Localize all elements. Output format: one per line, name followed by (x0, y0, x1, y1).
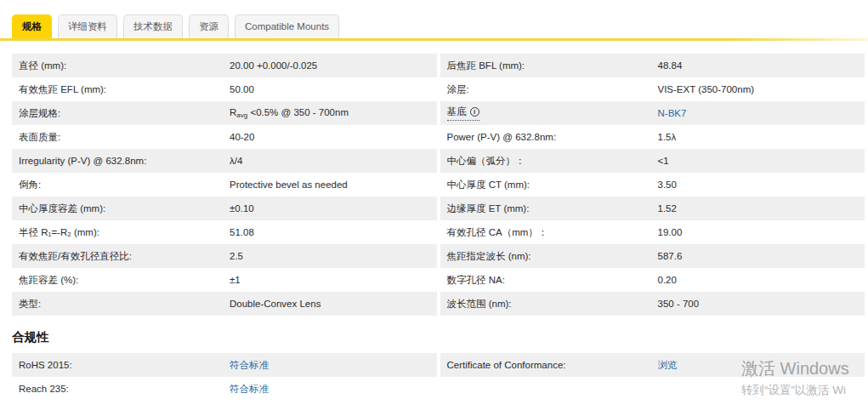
spec-row-radius: 半径 R₁=-R₂ (mm): 51.08 (12, 220, 437, 244)
product-spec-page: 规格 详细资料 技术数据 资源 Compatible Mounts 直径 (mm… (0, 0, 868, 416)
spec-value: ±1 (230, 275, 241, 285)
compliance-tables: RoHS 2015: 符合标准 Reach 235: 符合标准 Certific… (12, 353, 865, 401)
spec-row-coating-spec: 涂层规格: Ravg <0.5% @ 350 - 700nm (12, 101, 437, 125)
spec-row-centering: 中心偏（弧分）： <1 (440, 149, 865, 173)
spec-value: 19.00 (658, 227, 683, 237)
spec-value: 1.52 (658, 203, 677, 214)
spec-label: 中心厚度 CT (mm): (440, 179, 530, 191)
spec-label: Irregularity (P-V) @ 632.8nm: (12, 156, 146, 166)
tab-compatible-mounts[interactable]: Compatible Mounts (235, 14, 339, 38)
spec-value: Protective bevel as needed (230, 180, 348, 190)
spec-label: 后焦距 BFL (mm): (440, 60, 525, 72)
compliance-table-left: RoHS 2015: 符合标准 Reach 235: 符合标准 (12, 353, 437, 401)
spec-label: 边缘厚度 ET (mm): (440, 202, 530, 215)
spec-value: 48.84 (658, 60, 683, 71)
spec-value: ±0.10 (230, 203, 254, 214)
spec-value: 1.5λ (658, 132, 677, 142)
spec-row-irregularity: Irregularity (P-V) @ 632.8nm: λ/4 (12, 149, 437, 173)
spec-row-diameter: 直径 (mm): 20.00 +0.000/-0.025 (12, 54, 437, 77)
spec-value: 0.20 (658, 275, 677, 285)
spec-label: 中心厚度容差 (mm): (12, 202, 105, 215)
spec-row-design-wavelength: 焦距指定波长 (nm): 587.6 (440, 244, 865, 268)
spec-row-coating: 涂层: VIS-EXT (350-700nm) (440, 77, 865, 101)
spec-label: 波长范围 (nm): (440, 298, 512, 311)
substrate-link[interactable]: N-BK7 (658, 108, 687, 118)
spec-label: 焦距指定波长 (nm): (440, 250, 531, 263)
spec-value: 350 - 700 (658, 299, 700, 309)
spec-row-ca: 有效孔径 CA（mm）： 19.00 (440, 220, 865, 244)
spec-row-fnumber: 有效焦距/有效孔径直径比: 2.5 (12, 244, 437, 268)
spec-value: 3.50 (658, 180, 677, 190)
spec-row-na: 数字孔径 NA: 0.20 (440, 268, 865, 292)
spec-value: 50.00 (230, 84, 254, 94)
spec-label: 焦距容差 (%): (12, 274, 78, 287)
reach-compliant-link[interactable]: 符合标准 (230, 383, 269, 396)
spec-value: VIS-EXT (350-700nm) (658, 84, 755, 94)
spec-label: 涂层规格: (12, 107, 60, 120)
spec-label: 中心偏（弧分）： (440, 155, 525, 168)
spec-row-ct-tolerance: 中心厚度容差 (mm): ±0.10 (12, 197, 437, 220)
spec-row-wavelength-range: 波长范围 (nm): 350 - 700 (440, 292, 865, 316)
spec-label: 基底 (447, 105, 467, 118)
spec-value: Ravg <0.5% @ 350 - 700nm (230, 107, 349, 119)
spec-value: 2.5 (230, 251, 243, 261)
spec-label: 表面质量: (12, 131, 60, 144)
compliance-label: Reach 235: (12, 384, 69, 394)
windows-activation-watermark: 激活 Windows 转到“设置”以激活 Wi (741, 357, 849, 398)
spec-row-ct: 中心厚度 CT (mm): 3.50 (440, 173, 865, 197)
spec-label: 半径 R₁=-R₂ (mm): (12, 226, 99, 239)
spec-value: Double-Convex Lens (230, 299, 321, 309)
watermark-line2: 转到“设置”以激活 Wi (741, 383, 849, 398)
spec-label: 涂层: (440, 83, 469, 96)
spec-label: 有效焦距/有效孔径直径比: (12, 250, 132, 263)
rohs-compliant-link[interactable]: 符合标准 (230, 359, 269, 372)
spec-label: 有效孔径 CA（mm）： (440, 226, 548, 239)
spec-label: 倒角: (12, 179, 41, 191)
spec-tables: 直径 (mm): 20.00 +0.000/-0.025 有效焦距 EFL (m… (12, 54, 865, 316)
spec-row-power: Power (P-V) @ 632.8nm: 1.5λ (440, 125, 865, 149)
spec-row-bfl: 后焦距 BFL (mm): 48.84 (440, 54, 865, 77)
compliance-row-rohs: RoHS 2015: 符合标准 (12, 353, 437, 377)
tab-details[interactable]: 详细资料 (58, 14, 117, 38)
tab-bar: 规格 详细资料 技术数据 资源 Compatible Mounts (0, 14, 868, 38)
spec-row-surface-quality: 表面质量: 40-20 (12, 125, 437, 149)
spec-value: 20.00 +0.000/-0.025 (230, 60, 317, 71)
spec-label: 数字孔径 NA: (440, 274, 505, 287)
spec-row-bevel: 倒角: Protective bevel as needed (12, 173, 437, 197)
tab-resources[interactable]: 资源 (189, 14, 229, 38)
substrate-label-group[interactable]: 基底 i (447, 105, 479, 121)
spec-table-left: 直径 (mm): 20.00 +0.000/-0.025 有效焦距 EFL (m… (12, 54, 437, 316)
compliance-row-reach: Reach 235: 符合标准 (12, 377, 437, 401)
spec-value: 51.08 (230, 227, 254, 237)
compliance-label: Certificate of Conformance: (440, 360, 566, 370)
spec-row-efl: 有效焦距 EFL (mm): 50.00 (12, 77, 437, 101)
spec-label: 直径 (mm): (12, 60, 66, 72)
spec-label: 有效焦距 EFL (mm): (12, 83, 106, 96)
compliance-label: RoHS 2015: (12, 360, 72, 370)
tab-underline (0, 38, 868, 41)
spec-table-right: 后焦距 BFL (mm): 48.84 涂层: VIS-EXT (350-700… (440, 54, 865, 316)
spec-row-et: 边缘厚度 ET (mm): 1.52 (440, 197, 865, 220)
spec-row-substrate: 基底 i N-BK7 (440, 101, 865, 125)
certificate-view-link[interactable]: 浏览 (658, 359, 678, 372)
spec-label: Power (P-V) @ 632.8nm: (440, 132, 557, 142)
spec-value: λ/4 (230, 156, 242, 166)
compliance-heading: 合规性 (12, 329, 868, 345)
spec-value: <1 (658, 156, 669, 166)
tab-technical-data[interactable]: 技术数据 (123, 14, 183, 38)
info-icon[interactable]: i (470, 107, 479, 117)
spec-row-fl-tolerance: 焦距容差 (%): ±1 (12, 268, 437, 292)
spec-row-type: 类型: Double-Convex Lens (12, 292, 437, 316)
spec-value: 587.6 (658, 251, 683, 261)
watermark-line1: 激活 Windows (741, 357, 849, 380)
tab-specifications[interactable]: 规格 (12, 14, 52, 38)
spec-label: 类型: (12, 298, 41, 311)
spec-value: 40-20 (230, 132, 254, 142)
